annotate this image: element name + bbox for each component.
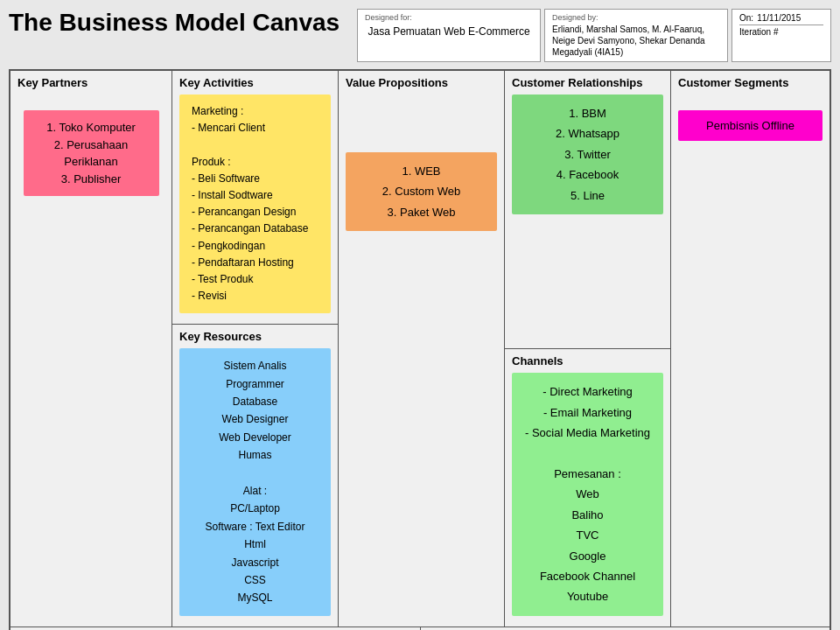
canvas-wrapper: Key Partners 1. Toko Komputer2. Perusaha…: [9, 69, 831, 630]
value-propositions-cell: Value Propositions 1. WEB2. Custom Web3.…: [339, 71, 505, 626]
customer-segments-cell: Customer Segments Pembisnis Offline: [671, 71, 830, 626]
value-propositions-note: 1. WEB2. Custom Web3. Paket Web: [346, 147, 497, 236]
designed-for-value: Jasa Pemuatan Web E-Commerce: [365, 25, 533, 38]
date-value: 11/11/2015: [757, 13, 801, 23]
customer-relationships-title: Customer Relationships: [512, 76, 663, 89]
page-title: The Business Model Canvas: [9, 9, 340, 37]
key-resources-sticky: Sistem AnalisProgrammerDatabaseWeb Desig…: [179, 348, 331, 615]
key-resources-cell: Key Resources Sistem AnalisProgrammerDat…: [172, 325, 338, 626]
key-activities-resources-col: Key Activities Marketing :- Mencari Clie…: [172, 71, 339, 626]
value-propositions-sticky: 1. WEB2. Custom Web3. Paket Web: [346, 152, 497, 231]
cr-channels-col: Customer Relationships 1. BBM2. Whatsapp…: [505, 71, 671, 626]
key-partners-cell: Key Partners 1. Toko Komputer2. Perusaha…: [10, 71, 172, 626]
key-resources-title: Key Resources: [179, 330, 331, 343]
key-activities-sticky: Marketing :- Mencari ClientProduk :- Bel…: [179, 94, 331, 313]
designed-by-label: Designed by:: [552, 13, 720, 22]
customer-segments-title: Customer Segments: [678, 76, 822, 89]
top-header: The Business Model Canvas Designed for: …: [9, 9, 831, 62]
key-activities-title: Key Activities: [179, 76, 331, 89]
key-partners-title: Key Partners: [18, 76, 164, 89]
value-propositions-title: Value Propositions: [346, 76, 497, 89]
header-boxes: Designed for: Jasa Pemuatan Web E-Commer…: [357, 9, 831, 62]
channels-cell: Channels - Direct Marketing- Email Marke…: [505, 349, 670, 626]
date-iter-box: On: 11/11/2015 Iteration #: [732, 9, 831, 62]
designed-by-value: Erliandi, Marshal Samos, M. Al-Faaruq,Ne…: [552, 24, 720, 58]
key-partners-note: 1. Toko Komputer2. PerusahaanPeriklanan3…: [18, 103, 164, 203]
customer-relationships-cell: Customer Relationships 1. BBM2. Whatsapp…: [505, 71, 670, 349]
designed-for-box: Designed for: Jasa Pemuatan Web E-Commer…: [357, 9, 541, 62]
canvas-main-row: Key Partners 1. Toko Komputer2. Perusaha…: [10, 71, 830, 627]
customer-segments-note: Pembisnis Offline: [678, 103, 822, 148]
date-label: On:: [739, 13, 753, 23]
designed-by-box: Designed by: Erliandi, Marshal Samos, M.…: [544, 9, 728, 62]
customer-relationships-sticky: 1. BBM2. Whatsapp3. Twitter4. Facebook5.…: [512, 94, 663, 214]
key-partners-sticky: 1. Toko Komputer2. PerusahaanPeriklanan3…: [24, 110, 159, 196]
key-activities-cell: Key Activities Marketing :- Mencari Clie…: [172, 71, 338, 325]
date-row: On: 11/11/2015: [739, 13, 823, 23]
iteration-row: Iteration #: [739, 24, 823, 37]
page-wrapper: The Business Model Canvas Designed for: …: [9, 9, 831, 630]
designed-for-label: Designed for:: [365, 13, 533, 22]
channels-title: Channels: [512, 354, 663, 368]
customer-segments-sticky: Pembisnis Offline: [678, 110, 822, 141]
channels-sticky: - Direct Marketing- Email Marketing- Soc…: [512, 373, 663, 615]
